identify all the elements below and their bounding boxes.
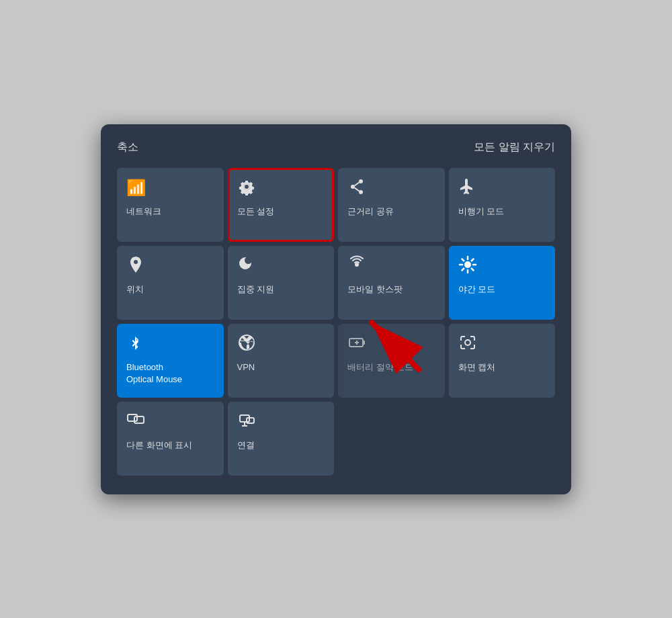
- gear-icon: [237, 177, 256, 199]
- tile-bluetooth[interactable]: BluetoothOptical Mouse: [117, 324, 224, 398]
- connect-icon: [237, 411, 256, 433]
- action-center-header: 축소 모든 알림 지우기: [117, 140, 555, 154]
- tile-battery-saver[interactable]: 배터리 절약 모드: [338, 324, 445, 398]
- tiles-container: 📶 네트워크 모든 설정: [117, 168, 555, 476]
- tile-airplane-mode[interactable]: 비행기 모드: [449, 168, 556, 242]
- tile-all-settings[interactable]: 모든 설정: [228, 168, 335, 242]
- share-icon: [347, 177, 366, 199]
- collapse-button[interactable]: 축소: [117, 140, 138, 154]
- tile-screen-capture-label: 화면 캡처: [458, 361, 496, 373]
- tile-nearby-sharing-label: 근거리 공유: [347, 206, 394, 218]
- tile-connect[interactable]: 연결: [228, 402, 335, 476]
- tile-network-label: 네트워크: [126, 206, 161, 218]
- tile-focus-assist-label: 집중 지원: [237, 283, 275, 296]
- tile-battery-saver-label: 배터리 절약 모드: [347, 361, 413, 373]
- tiles-grid: 📶 네트워크 모든 설정: [117, 168, 555, 476]
- tile-bluetooth-label: BluetoothOptical Mouse: [126, 361, 182, 386]
- hotspot-icon: [347, 255, 366, 277]
- tile-all-settings-label: 모든 설정: [237, 206, 275, 218]
- svg-point-6: [355, 263, 359, 267]
- battery-icon: [347, 333, 366, 355]
- svg-line-5: [355, 187, 360, 191]
- tile-nearby-sharing[interactable]: 근거리 공유: [338, 168, 445, 242]
- tile-location[interactable]: 위치: [117, 246, 224, 320]
- svg-text:📶: 📶: [126, 178, 145, 196]
- svg-point-7: [464, 261, 471, 268]
- tile-night-mode[interactable]: 야간 모드: [449, 246, 556, 320]
- wifi-icon: 📶: [126, 177, 145, 199]
- svg-line-12: [462, 259, 464, 261]
- svg-rect-21: [128, 414, 137, 421]
- tile-connect-label: 연결: [237, 439, 255, 451]
- clear-all-button[interactable]: 모든 알림 지우기: [474, 140, 555, 154]
- tile-mobile-hotspot-label: 모바일 핫스팟: [347, 283, 403, 296]
- svg-line-15: [462, 268, 464, 270]
- project-icon: [126, 411, 145, 433]
- tile-project[interactable]: 다른 화면에 표시: [117, 402, 224, 476]
- tile-focus-assist[interactable]: 집중 지원: [228, 246, 335, 320]
- tile-network[interactable]: 📶 네트워크: [117, 168, 224, 242]
- location-icon: [126, 255, 145, 277]
- tile-airplane-mode-label: 비행기 모드: [458, 206, 505, 218]
- moon-icon: [237, 255, 256, 277]
- capture-icon: [458, 333, 477, 355]
- tile-night-mode-label: 야간 모드: [458, 283, 496, 296]
- action-center: 축소 모든 알림 지우기 📶 네트워크: [101, 124, 571, 494]
- vpn-icon: [237, 333, 256, 355]
- svg-line-13: [471, 268, 473, 270]
- svg-line-4: [355, 182, 360, 185]
- bluetooth-icon: [126, 333, 145, 355]
- svg-line-14: [471, 259, 473, 261]
- svg-point-20: [465, 340, 470, 345]
- svg-rect-22: [134, 416, 144, 423]
- airplane-icon: [458, 177, 477, 199]
- tile-vpn-label: VPN: [237, 361, 255, 373]
- sun-icon: [458, 255, 477, 277]
- tile-screen-capture[interactable]: 화면 캡처: [449, 324, 556, 398]
- svg-rect-17: [363, 341, 365, 345]
- tile-mobile-hotspot[interactable]: 모바일 핫스팟: [338, 246, 445, 320]
- tile-project-label: 다른 화면에 표시: [126, 439, 192, 451]
- tile-location-label: 위치: [126, 283, 144, 296]
- tile-vpn[interactable]: VPN: [228, 324, 335, 398]
